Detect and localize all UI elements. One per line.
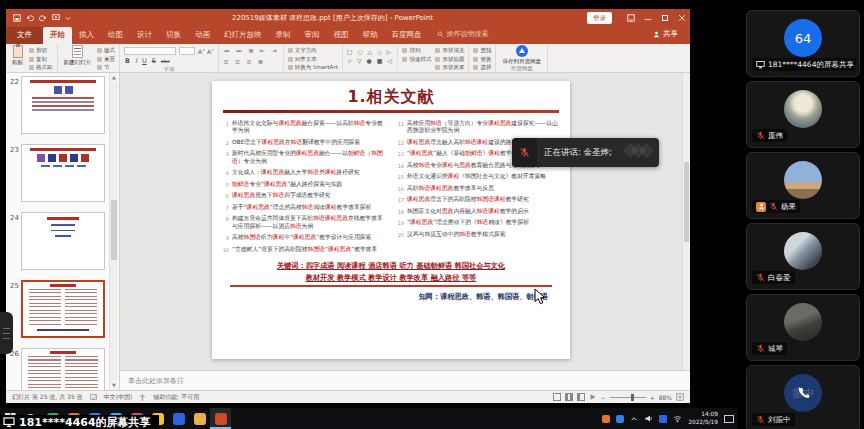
speaker-icon[interactable] [644,414,653,423]
ribbon-button[interactable]: 剪切 [29,47,53,54]
ribbon-tab[interactable]: 幻灯片放映 [217,27,269,44]
ribbon-tab[interactable]: 录制 [269,27,298,44]
meeting-panel-handle[interactable] [0,312,13,354]
participant-tile[interactable]: 庞伟 [746,81,860,148]
font-style-button[interactable]: B [124,57,131,65]
taskbar-app-icon[interactable] [189,408,210,429]
font-style-button[interactable]: abc [160,58,171,64]
editor-scrollbar[interactable] [682,73,690,370]
thumbnail-number: 25 [10,282,19,290]
ribbon-tab[interactable]: 视图 [327,27,356,44]
ribbon-button[interactable]: 复制 [29,56,53,63]
ribbon-tab[interactable]: 插入 [72,27,101,44]
font-name-select[interactable] [124,47,176,55]
zoom-level[interactable]: 88% [659,394,672,401]
tray-expand-icon[interactable] [630,415,638,423]
fit-to-window-icon[interactable] [676,393,684,401]
notes-pane[interactable]: 单击此处添加备注 [120,370,690,390]
literature-item-text: 韩国茶文化对思政内容融入韩语课程教学的启示 [407,208,529,216]
ribbon-button[interactable]: 形状轮廓 [435,56,464,63]
ribbon-tab[interactable]: 审阅 [298,27,327,44]
share-button[interactable]: 共享 [641,29,690,44]
ribbon-tab[interactable]: 百度网盘 [385,27,429,44]
minimize-icon[interactable] [639,9,656,27]
participant-tile[interactable]: 城琴 [746,294,860,361]
ribbon-button[interactable]: 查找 [473,47,491,54]
ribbon-button[interactable]: 文字方向 [288,47,338,54]
ribbon-tab[interactable]: 切换 [159,27,188,44]
ribbon-button[interactable]: 转换为 SmartArt [288,64,338,71]
ribbon-button-icon [97,57,102,62]
normal-view-icon[interactable] [553,393,561,401]
ribbon-button[interactable]: 选择 [473,64,491,71]
zoom-out-icon[interactable]: − [601,394,606,401]
ribbon-tab[interactable]: 动画 [188,27,217,44]
literature-item: 1外语跨文化交际与课程思政融合探索——以高职韩语专业教学为例 [222,120,385,135]
action-center-icon[interactable] [724,415,734,423]
ribbon-display-options-icon[interactable] [622,9,639,27]
ribbon-button[interactable]: 替换 [473,56,491,63]
language-indicator[interactable]: 中文(中国) [104,393,133,402]
grow-shrink-font-icon[interactable]: A˄ A˅ [198,48,214,55]
ribbon-button[interactable]: 形状效果 [435,64,464,71]
ribbon-button[interactable]: 快速样式 [402,56,431,63]
slide-sorter-view-icon[interactable] [565,393,573,401]
align-buttons-icons[interactable]: ≡ ≡ ≡ ≣ [223,58,279,67]
zoom-in-icon[interactable]: + [650,394,655,401]
taskbar-clock[interactable]: 14:09 2022/5/19 [688,411,718,427]
slideshow-view-icon[interactable] [589,393,597,401]
participant-tile[interactable]: 杨果 [746,152,860,219]
slide-thumbnail[interactable] [21,212,105,270]
slide-thumbnail[interactable] [21,348,105,390]
font-size-select[interactable] [179,47,195,55]
spell-check-icon[interactable] [90,394,97,401]
ime-indicator-icon[interactable] [659,415,667,423]
redo-icon[interactable] [39,14,47,22]
ribbon-tab[interactable]: 设计 [130,27,159,44]
tray-app-blue-icon[interactable] [616,415,624,423]
save-icon[interactable] [13,14,21,22]
accessibility-status[interactable]: 辅助功能: 不可用 [153,393,199,402]
new-slide-button[interactable]: 新建幻灯片 [62,45,94,65]
participant-tile[interactable]: 64181****4464的屏幕共享 [746,10,860,77]
ribbon-button[interactable]: 格式刷 [29,64,53,71]
close-icon[interactable] [673,9,690,27]
taskbar-app-icon[interactable] [168,408,189,429]
font-style-button[interactable]: I [134,57,138,65]
save-to-baidu-netdisk-button[interactable]: 保存到百度网盘 [500,45,543,64]
slide-thumbnail[interactable] [21,144,105,202]
restore-icon[interactable] [656,9,673,27]
ribbon-button[interactable]: 对齐文本 [288,56,338,63]
taskbar-app-icon[interactable] [210,408,231,429]
slide-thumbnail[interactable] [21,76,105,134]
undo-icon[interactable] [26,14,34,22]
slideshow-icon[interactable] [52,14,60,22]
reading-view-icon[interactable] [577,393,585,401]
ribbon-button[interactable]: 版式 [97,47,115,54]
ribbon-tab[interactable]: 帮助 [356,27,385,44]
shapes-gallery[interactable]: □ ○ △ ◇ ▷☆ ▽ ● ■ ◁ [347,45,394,65]
powerpoint-window: 220519媒体素材 课程思政.ppt [用户上次保存的] - PowerPoi… [6,9,690,403]
ribbon-button[interactable]: 形状填充 [435,47,464,54]
network-icon[interactable] [673,414,682,423]
participant-tile[interactable]: 振中刘振中 [746,365,860,429]
share-banner-label: 181****4464的屏幕共享 [19,415,151,429]
tell-me-search[interactable]: 操作说明搜索 [429,29,497,44]
ribbon-tab[interactable]: 开始 [43,27,72,44]
tray-app-orange-icon[interactable] [602,415,610,423]
font-style-button[interactable]: S [151,57,157,65]
ribbon-button[interactable]: 排列 [402,47,431,54]
slide-thumbnail[interactable] [21,280,105,338]
ribbon-button[interactable]: 重置 [97,56,115,63]
font-style-button[interactable]: U [141,57,148,65]
ribbon-tab[interactable]: 绘图 [101,27,130,44]
ribbon-tab[interactable]: 文件 [6,27,43,44]
qat-more-icon[interactable] [65,15,71,21]
zoom-slider[interactable] [610,397,646,398]
participant-tile[interactable]: 白春爱 [746,223,860,290]
ribbon-button[interactable]: 节 [97,64,115,71]
login-button[interactable]: 登录 [587,12,612,24]
list-buttons-icons[interactable]: ≔ ≕ ≣ ⇤ ⇥ [223,47,279,56]
slide-canvas[interactable]: 1.相关文献 1外语跨文化交际与课程思政融合探索——以高职韩语专业教学为例2OB… [212,81,570,359]
paste-button[interactable]: 粘贴 [10,45,25,65]
